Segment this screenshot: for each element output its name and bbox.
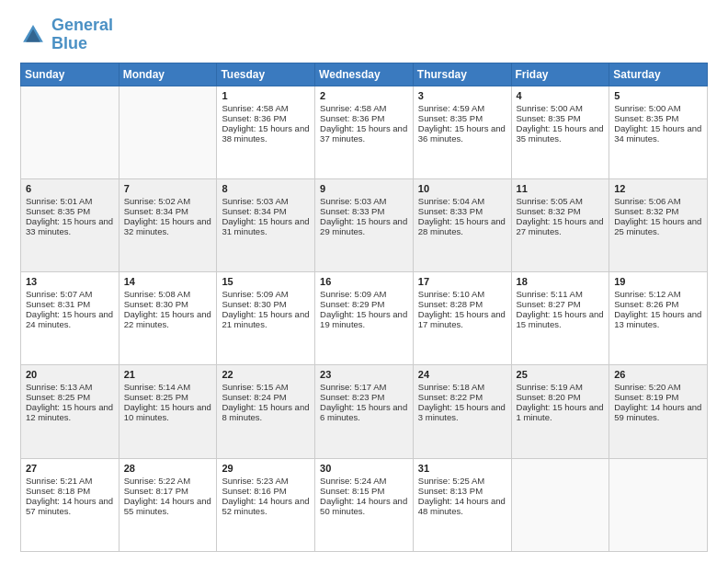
sunset-text: Sunset: 8:20 PM <box>517 392 605 402</box>
sunset-text: Sunset: 8:31 PM <box>26 299 114 309</box>
sunset-text: Sunset: 8:22 PM <box>418 392 506 402</box>
sunrise-text: Sunrise: 5:00 AM <box>614 103 702 113</box>
calendar-table: SundayMondayTuesdayWednesdayThursdayFrid… <box>20 63 708 552</box>
sunset-text: Sunset: 8:18 PM <box>26 486 114 496</box>
logo-text: General Blue <box>51 17 113 53</box>
sunset-text: Sunset: 8:30 PM <box>124 299 212 309</box>
day-number: 8 <box>222 183 310 194</box>
sunrise-text: Sunrise: 5:00 AM <box>517 103 605 113</box>
sunrise-text: Sunrise: 4:59 AM <box>418 103 506 113</box>
sunrise-text: Sunrise: 5:21 AM <box>26 476 114 486</box>
daylight-text: Daylight: 15 hours and 34 minutes. <box>614 123 702 144</box>
day-number: 31 <box>418 463 506 474</box>
sunrise-text: Sunrise: 5:11 AM <box>517 289 605 299</box>
day-number: 18 <box>517 276 605 287</box>
sunset-text: Sunset: 8:19 PM <box>614 392 702 402</box>
calendar-cell: 29Sunrise: 5:23 AMSunset: 8:16 PMDayligh… <box>217 458 315 551</box>
daylight-text: Daylight: 15 hours and 19 minutes. <box>320 309 408 329</box>
sunrise-text: Sunrise: 5:08 AM <box>124 289 212 299</box>
calendar-header-row: SundayMondayTuesdayWednesdayThursdayFrid… <box>21 63 708 86</box>
daylight-text: Daylight: 15 hours and 37 minutes. <box>320 123 408 144</box>
calendar-cell: 8Sunrise: 5:03 AMSunset: 8:34 PMDaylight… <box>217 178 315 271</box>
daylight-text: Daylight: 15 hours and 1 minute. <box>517 402 605 422</box>
calendar-cell: 5Sunrise: 5:00 AMSunset: 8:35 PMDaylight… <box>609 86 708 178</box>
sunrise-text: Sunrise: 5:24 AM <box>320 476 408 486</box>
sunrise-text: Sunrise: 5:04 AM <box>418 196 506 206</box>
sunset-text: Sunset: 8:36 PM <box>320 113 408 123</box>
sunrise-text: Sunrise: 5:01 AM <box>26 196 114 206</box>
day-number: 13 <box>26 276 114 287</box>
daylight-text: Daylight: 15 hours and 22 minutes. <box>124 309 212 329</box>
calendar-cell: 16Sunrise: 5:09 AMSunset: 8:29 PMDayligh… <box>315 272 414 365</box>
calendar-cell: 6Sunrise: 5:01 AMSunset: 8:35 PMDaylight… <box>21 178 119 271</box>
day-number: 28 <box>124 463 212 474</box>
sunset-text: Sunset: 8:27 PM <box>517 299 605 309</box>
day-number: 16 <box>320 276 408 287</box>
day-number: 25 <box>517 369 605 380</box>
calendar-week-1: 1Sunrise: 4:58 AMSunset: 8:36 PMDaylight… <box>21 86 708 178</box>
sunrise-text: Sunrise: 5:20 AM <box>614 382 702 392</box>
calendar-week-2: 6Sunrise: 5:01 AMSunset: 8:35 PMDaylight… <box>21 178 708 271</box>
daylight-text: Daylight: 15 hours and 25 minutes. <box>614 216 702 236</box>
sunset-text: Sunset: 8:23 PM <box>320 392 408 402</box>
sunset-text: Sunset: 8:15 PM <box>320 486 408 496</box>
daylight-text: Daylight: 15 hours and 12 minutes. <box>26 402 114 422</box>
sunset-text: Sunset: 8:34 PM <box>222 206 310 216</box>
sunset-text: Sunset: 8:33 PM <box>320 206 408 216</box>
calendar-header-saturday: Saturday <box>609 63 708 86</box>
daylight-text: Daylight: 14 hours and 59 minutes. <box>614 402 702 422</box>
day-number: 21 <box>124 369 212 380</box>
sunset-text: Sunset: 8:24 PM <box>222 392 310 402</box>
daylight-text: Daylight: 14 hours and 57 minutes. <box>26 496 114 516</box>
day-number: 27 <box>26 463 114 474</box>
day-number: 15 <box>222 276 310 287</box>
day-number: 14 <box>124 276 212 287</box>
sunrise-text: Sunrise: 5:19 AM <box>517 382 605 392</box>
daylight-text: Daylight: 15 hours and 8 minutes. <box>222 402 310 422</box>
calendar-cell: 26Sunrise: 5:20 AMSunset: 8:19 PMDayligh… <box>609 365 708 458</box>
sunset-text: Sunset: 8:28 PM <box>418 299 506 309</box>
daylight-text: Daylight: 15 hours and 29 minutes. <box>320 216 408 236</box>
day-number: 3 <box>418 90 506 101</box>
sunset-text: Sunset: 8:26 PM <box>614 299 702 309</box>
daylight-text: Daylight: 15 hours and 3 minutes. <box>418 402 506 422</box>
calendar-cell: 11Sunrise: 5:05 AMSunset: 8:32 PMDayligh… <box>511 178 609 271</box>
day-number: 22 <box>222 369 310 380</box>
sunrise-text: Sunrise: 5:02 AM <box>124 196 212 206</box>
calendar-cell: 31Sunrise: 5:25 AMSunset: 8:13 PMDayligh… <box>413 458 511 551</box>
sunrise-text: Sunrise: 5:03 AM <box>320 196 408 206</box>
calendar-cell: 25Sunrise: 5:19 AMSunset: 8:20 PMDayligh… <box>511 365 609 458</box>
calendar-week-4: 20Sunrise: 5:13 AMSunset: 8:25 PMDayligh… <box>21 365 708 458</box>
calendar-header-monday: Monday <box>119 63 217 86</box>
sunrise-text: Sunrise: 5:13 AM <box>26 382 114 392</box>
calendar-cell: 23Sunrise: 5:17 AMSunset: 8:23 PMDayligh… <box>315 365 414 458</box>
sunrise-text: Sunrise: 5:22 AM <box>124 476 212 486</box>
daylight-text: Daylight: 15 hours and 10 minutes. <box>124 402 212 422</box>
calendar-cell <box>119 86 217 178</box>
daylight-text: Daylight: 15 hours and 33 minutes. <box>26 216 114 236</box>
page: General Blue SundayMondayTuesdayWednesda… <box>0 0 728 563</box>
sunrise-text: Sunrise: 5:17 AM <box>320 382 408 392</box>
calendar-cell <box>21 86 119 178</box>
daylight-text: Daylight: 14 hours and 50 minutes. <box>320 496 408 516</box>
daylight-text: Daylight: 15 hours and 31 minutes. <box>222 216 310 236</box>
daylight-text: Daylight: 14 hours and 52 minutes. <box>222 496 310 516</box>
sunset-text: Sunset: 8:17 PM <box>124 486 212 496</box>
day-number: 30 <box>320 463 408 474</box>
daylight-text: Daylight: 15 hours and 15 minutes. <box>517 309 605 329</box>
calendar-cell: 19Sunrise: 5:12 AMSunset: 8:26 PMDayligh… <box>609 272 708 365</box>
calendar-cell: 18Sunrise: 5:11 AMSunset: 8:27 PMDayligh… <box>511 272 609 365</box>
calendar-cell <box>511 458 609 551</box>
calendar-header-sunday: Sunday <box>21 63 119 86</box>
day-number: 17 <box>418 276 506 287</box>
sunrise-text: Sunrise: 5:14 AM <box>124 382 212 392</box>
daylight-text: Daylight: 15 hours and 38 minutes. <box>222 123 310 144</box>
daylight-text: Daylight: 14 hours and 48 minutes. <box>418 496 506 516</box>
sunset-text: Sunset: 8:25 PM <box>124 392 212 402</box>
calendar-cell <box>609 458 708 551</box>
sunset-text: Sunset: 8:35 PM <box>26 206 114 216</box>
day-number: 1 <box>222 90 310 101</box>
calendar-cell: 12Sunrise: 5:06 AMSunset: 8:32 PMDayligh… <box>609 178 708 271</box>
day-number: 5 <box>614 90 702 101</box>
sunrise-text: Sunrise: 5:06 AM <box>614 196 702 206</box>
